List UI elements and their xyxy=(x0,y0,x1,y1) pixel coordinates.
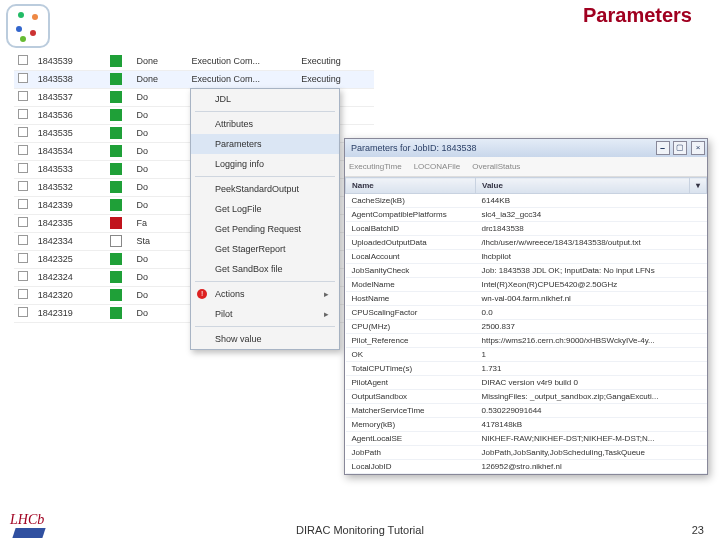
row-checkbox[interactable] xyxy=(18,127,28,137)
param-name: PilotAgent xyxy=(346,376,476,390)
param-value: Intel(R)Xeon(R)CPUE5420@2.50GHz xyxy=(476,278,707,292)
param-row[interactable]: OutputSandboxMissingFiles: _output_sandb… xyxy=(346,390,707,404)
job-col4: Execution Com... xyxy=(187,52,297,70)
status-icon xyxy=(110,163,122,175)
job-status: Do xyxy=(133,250,188,268)
param-row[interactable]: OK1 xyxy=(346,348,707,362)
row-checkbox[interactable] xyxy=(18,145,28,155)
column-header[interactable]: Name xyxy=(346,178,476,194)
row-checkbox[interactable] xyxy=(18,271,28,281)
maximize-button[interactable]: ▢ xyxy=(673,141,687,155)
status-icon xyxy=(110,307,122,319)
window-tabs: ExecutingTimeLOCONAFileOverallStatus xyxy=(345,157,707,177)
param-row[interactable]: MatcherServiceTime0.530229091644 xyxy=(346,404,707,418)
param-name: ModelName xyxy=(346,278,476,292)
menu-item-logging-info[interactable]: Logging info xyxy=(191,154,339,174)
column-menu-icon[interactable]: ▾ xyxy=(690,178,707,194)
row-checkbox[interactable] xyxy=(18,109,28,119)
job-row[interactable]: 1843538DoneExecution Com...Executing xyxy=(14,70,374,88)
param-name: Memory(kB) xyxy=(346,418,476,432)
job-status: Do xyxy=(133,178,188,196)
column-header[interactable]: Value xyxy=(476,178,690,194)
job-status: Do xyxy=(133,304,188,322)
menu-item-peekstandardoutput[interactable]: PeekStandardOutput xyxy=(191,179,339,199)
param-row[interactable]: JobPathJobPath,JobSanity,JobScheduling,T… xyxy=(346,446,707,460)
status-tab[interactable]: ExecutingTime xyxy=(349,162,402,171)
job-id: 1843533 xyxy=(34,160,100,178)
param-value: 2500.837 xyxy=(476,320,707,334)
menu-item-get-stagerreport[interactable]: Get StagerReport xyxy=(191,239,339,259)
row-checkbox[interactable] xyxy=(18,217,28,227)
param-name: TotalCPUTime(s) xyxy=(346,362,476,376)
minimize-button[interactable]: ‒ xyxy=(656,141,670,155)
job-id: 1842319 xyxy=(34,304,100,322)
job-status: Do xyxy=(133,124,188,142)
param-row[interactable]: HostNamewn-val-004.farm.nikhef.nl xyxy=(346,292,707,306)
job-id: 1842334 xyxy=(34,232,100,250)
row-checkbox[interactable] xyxy=(18,199,28,209)
status-icon xyxy=(110,109,122,121)
job-status: Do xyxy=(133,286,188,304)
row-checkbox[interactable] xyxy=(18,235,28,245)
param-row[interactable]: LocalBatchIDdrc1843538 xyxy=(346,222,707,236)
param-value: 0.530229091644 xyxy=(476,404,707,418)
row-checkbox[interactable] xyxy=(18,163,28,173)
job-status: Sta xyxy=(133,232,188,250)
menu-item-parameters[interactable]: Parameters xyxy=(191,134,339,154)
param-value: DIRAC version v4r9 build 0 xyxy=(476,376,707,390)
slide-logo-icon xyxy=(6,4,50,48)
job-row[interactable]: 1843539DoneExecution Com...Executing xyxy=(14,52,374,70)
menu-item-show-value[interactable]: Show value xyxy=(191,329,339,349)
param-row[interactable]: JobSanityCheckJob: 1843538 JDL OK; Input… xyxy=(346,264,707,278)
param-row[interactable]: CPU(MHz)2500.837 xyxy=(346,320,707,334)
param-row[interactable]: PilotAgentDIRAC version v4r9 build 0 xyxy=(346,376,707,390)
param-row[interactable]: Memory(kB)4178148kB xyxy=(346,418,707,432)
status-tab[interactable]: OverallStatus xyxy=(472,162,520,171)
menu-item-get-pending-request[interactable]: Get Pending Request xyxy=(191,219,339,239)
row-checkbox[interactable] xyxy=(18,181,28,191)
menu-item-actions[interactable]: !Actions▸ xyxy=(191,284,339,304)
param-row[interactable]: ModelNameIntel(R)Xeon(R)CPUE5420@2.50GHz xyxy=(346,278,707,292)
param-row[interactable]: Pilot_Referencehttps://wms216.cern.ch:90… xyxy=(346,334,707,348)
status-icon xyxy=(110,289,122,301)
param-row[interactable]: AgentCompatiblePlatformsslc4_ia32_gcc34 xyxy=(346,208,707,222)
row-checkbox[interactable] xyxy=(18,55,28,65)
slide-page-number: 23 xyxy=(692,524,704,536)
slide-title: Parameters xyxy=(583,4,692,27)
row-checkbox[interactable] xyxy=(18,307,28,317)
job-status: Do xyxy=(133,106,188,124)
param-row[interactable]: LocalJobID126952@stro.nikhef.nl xyxy=(346,460,707,474)
menu-item-attributes[interactable]: Attributes xyxy=(191,114,339,134)
status-icon xyxy=(110,55,122,67)
param-row[interactable]: CacheSize(kB)6144KB xyxy=(346,194,707,208)
param-name: HostName xyxy=(346,292,476,306)
menu-item-get-logfile[interactable]: Get LogFile xyxy=(191,199,339,219)
job-id: 1843536 xyxy=(34,106,100,124)
row-checkbox[interactable] xyxy=(18,73,28,83)
param-row[interactable]: TotalCPUTime(s)1.731 xyxy=(346,362,707,376)
param-value: Job: 1843538 JDL OK; InputData: No input… xyxy=(476,264,707,278)
status-icon xyxy=(110,145,122,157)
param-name: MatcherServiceTime xyxy=(346,404,476,418)
param-name: Pilot_Reference xyxy=(346,334,476,348)
status-icon xyxy=(110,199,122,211)
menu-item-pilot[interactable]: Pilot▸ xyxy=(191,304,339,324)
job-status: Do xyxy=(133,160,188,178)
status-tab[interactable]: LOCONAFile xyxy=(414,162,461,171)
close-button[interactable]: × xyxy=(691,141,705,155)
param-name: OutputSandbox xyxy=(346,390,476,404)
param-row[interactable]: LocalAccountlhcbpilot xyxy=(346,250,707,264)
job-id: 1842339 xyxy=(34,196,100,214)
param-row[interactable]: CPUScalingFactor0.0 xyxy=(346,306,707,320)
param-row[interactable]: UploadedOutputData/lhcb/user/w/wreece/18… xyxy=(346,236,707,250)
menu-item-label: Pilot xyxy=(215,309,233,319)
param-row[interactable]: AgentLocalSENIKHEF-RAW;NIKHEF-DST;NIKHEF… xyxy=(346,432,707,446)
status-icon xyxy=(110,235,122,247)
window-title-bar[interactable]: Parameters for JobID: 1843538 ‒ ▢ × xyxy=(345,139,707,157)
row-checkbox[interactable] xyxy=(18,289,28,299)
job-col5: Executing xyxy=(297,70,374,88)
menu-item-jdl[interactable]: JDL xyxy=(191,89,339,109)
menu-item-get-sandbox-file[interactable]: Get SandBox file xyxy=(191,259,339,279)
row-checkbox[interactable] xyxy=(18,253,28,263)
row-checkbox[interactable] xyxy=(18,91,28,101)
